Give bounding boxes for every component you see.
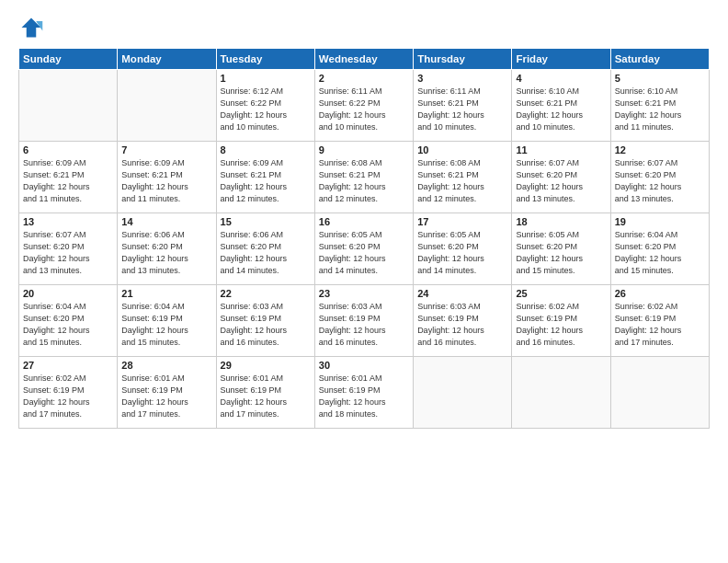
weekday-header-sunday: Sunday — [19, 49, 118, 70]
calendar-cell: 6Sunrise: 6:09 AM Sunset: 6:21 PM Daylig… — [19, 142, 118, 213]
day-info: Sunrise: 6:02 AM Sunset: 6:19 PM Dayligh… — [23, 373, 113, 420]
day-number: 23 — [319, 288, 409, 299]
calendar-cell: 19Sunrise: 6:04 AM Sunset: 6:20 PM Dayli… — [610, 213, 709, 285]
calendar-cell: 29Sunrise: 6:01 AM Sunset: 6:19 PM Dayli… — [216, 357, 314, 429]
page: SundayMondayTuesdayWednesdayThursdayFrid… — [0, 0, 728, 563]
weekday-header-friday: Friday — [512, 49, 610, 70]
calendar-cell — [610, 357, 709, 429]
calendar-table: SundayMondayTuesdayWednesdayThursdayFrid… — [18, 48, 710, 429]
day-number: 10 — [417, 144, 507, 155]
day-info: Sunrise: 6:12 AM Sunset: 6:22 PM Dayligh… — [221, 86, 311, 133]
calendar-cell: 15Sunrise: 6:06 AM Sunset: 6:20 PM Dayli… — [216, 213, 314, 285]
calendar-cell: 1Sunrise: 6:12 AM Sunset: 6:22 PM Daylig… — [216, 70, 314, 142]
calendar-week-5: 27Sunrise: 6:02 AM Sunset: 6:19 PM Dayli… — [19, 357, 710, 429]
day-number: 30 — [319, 360, 409, 371]
day-info: Sunrise: 6:05 AM Sunset: 6:20 PM Dayligh… — [319, 229, 409, 277]
logo — [18, 15, 46, 40]
day-info: Sunrise: 6:04 AM Sunset: 6:20 PM Dayligh… — [615, 229, 705, 277]
calendar-cell: 22Sunrise: 6:03 AM Sunset: 6:19 PM Dayli… — [216, 285, 314, 357]
weekday-header-thursday: Thursday — [414, 49, 512, 70]
day-number: 2 — [319, 73, 409, 84]
day-info: Sunrise: 6:07 AM Sunset: 6:20 PM Dayligh… — [516, 157, 606, 205]
calendar-cell: 21Sunrise: 6:04 AM Sunset: 6:19 PM Dayli… — [118, 285, 216, 357]
day-info: Sunrise: 6:05 AM Sunset: 6:20 PM Dayligh… — [417, 229, 507, 277]
calendar-cell: 28Sunrise: 6:01 AM Sunset: 6:19 PM Dayli… — [118, 357, 216, 429]
calendar-cell: 26Sunrise: 6:02 AM Sunset: 6:19 PM Dayli… — [610, 285, 709, 357]
day-number: 12 — [615, 144, 705, 155]
calendar-cell: 3Sunrise: 6:11 AM Sunset: 6:21 PM Daylig… — [414, 70, 512, 142]
calendar-cell: 14Sunrise: 6:06 AM Sunset: 6:20 PM Dayli… — [118, 213, 216, 285]
calendar-cell — [414, 357, 512, 429]
day-number: 1 — [221, 73, 311, 84]
calendar-cell: 8Sunrise: 6:09 AM Sunset: 6:21 PM Daylig… — [216, 142, 314, 213]
day-number: 22 — [221, 288, 311, 299]
calendar-cell — [512, 357, 610, 429]
day-number: 18 — [516, 216, 606, 227]
calendar-cell: 16Sunrise: 6:05 AM Sunset: 6:20 PM Dayli… — [314, 213, 413, 285]
day-info: Sunrise: 6:04 AM Sunset: 6:19 PM Dayligh… — [121, 301, 211, 349]
calendar-cell: 12Sunrise: 6:07 AM Sunset: 6:20 PM Dayli… — [610, 142, 709, 213]
header — [18, 15, 710, 40]
day-number: 20 — [23, 288, 113, 299]
day-info: Sunrise: 6:05 AM Sunset: 6:20 PM Dayligh… — [516, 229, 606, 277]
logo-icon — [18, 15, 44, 40]
day-info: Sunrise: 6:09 AM Sunset: 6:21 PM Dayligh… — [121, 157, 211, 205]
day-number: 13 — [23, 216, 113, 227]
calendar-cell: 17Sunrise: 6:05 AM Sunset: 6:20 PM Dayli… — [414, 213, 512, 285]
day-info: Sunrise: 6:01 AM Sunset: 6:19 PM Dayligh… — [221, 373, 311, 420]
day-info: Sunrise: 6:11 AM Sunset: 6:21 PM Dayligh… — [417, 86, 507, 133]
calendar-week-2: 6Sunrise: 6:09 AM Sunset: 6:21 PM Daylig… — [19, 142, 710, 213]
day-info: Sunrise: 6:03 AM Sunset: 6:19 PM Dayligh… — [417, 301, 507, 349]
weekday-header-wednesday: Wednesday — [314, 49, 413, 70]
calendar-cell: 11Sunrise: 6:07 AM Sunset: 6:20 PM Dayli… — [512, 142, 610, 213]
day-number: 21 — [121, 288, 211, 299]
calendar-cell: 25Sunrise: 6:02 AM Sunset: 6:19 PM Dayli… — [512, 285, 610, 357]
day-info: Sunrise: 6:03 AM Sunset: 6:19 PM Dayligh… — [319, 301, 409, 349]
weekday-header-saturday: Saturday — [610, 49, 709, 70]
day-number: 7 — [121, 144, 211, 155]
calendar-week-4: 20Sunrise: 6:04 AM Sunset: 6:20 PM Dayli… — [19, 285, 710, 357]
day-info: Sunrise: 6:11 AM Sunset: 6:22 PM Dayligh… — [319, 86, 409, 133]
day-info: Sunrise: 6:02 AM Sunset: 6:19 PM Dayligh… — [615, 301, 705, 349]
calendar-cell: 7Sunrise: 6:09 AM Sunset: 6:21 PM Daylig… — [118, 142, 216, 213]
day-number: 19 — [615, 216, 705, 227]
calendar-cell: 30Sunrise: 6:01 AM Sunset: 6:19 PM Dayli… — [314, 357, 413, 429]
day-number: 24 — [417, 288, 507, 299]
day-info: Sunrise: 6:06 AM Sunset: 6:20 PM Dayligh… — [121, 229, 211, 277]
calendar-cell: 27Sunrise: 6:02 AM Sunset: 6:19 PM Dayli… — [19, 357, 118, 429]
calendar-week-3: 13Sunrise: 6:07 AM Sunset: 6:20 PM Dayli… — [19, 213, 710, 285]
weekday-header-monday: Monday — [118, 49, 216, 70]
day-info: Sunrise: 6:08 AM Sunset: 6:21 PM Dayligh… — [319, 157, 409, 205]
day-info: Sunrise: 6:03 AM Sunset: 6:19 PM Dayligh… — [221, 301, 311, 349]
day-info: Sunrise: 6:07 AM Sunset: 6:20 PM Dayligh… — [615, 157, 705, 205]
day-number: 15 — [221, 216, 311, 227]
weekday-header-tuesday: Tuesday — [216, 49, 314, 70]
day-number: 27 — [23, 360, 113, 371]
day-info: Sunrise: 6:07 AM Sunset: 6:20 PM Dayligh… — [23, 229, 113, 277]
calendar-cell: 13Sunrise: 6:07 AM Sunset: 6:20 PM Dayli… — [19, 213, 118, 285]
calendar-cell: 5Sunrise: 6:10 AM Sunset: 6:21 PM Daylig… — [610, 70, 709, 142]
weekday-header-row: SundayMondayTuesdayWednesdayThursdayFrid… — [19, 49, 710, 70]
day-info: Sunrise: 6:01 AM Sunset: 6:19 PM Dayligh… — [319, 373, 409, 420]
calendar-cell: 18Sunrise: 6:05 AM Sunset: 6:20 PM Dayli… — [512, 213, 610, 285]
svg-marker-0 — [22, 18, 41, 38]
day-number: 14 — [121, 216, 211, 227]
day-info: Sunrise: 6:09 AM Sunset: 6:21 PM Dayligh… — [23, 157, 113, 205]
calendar-cell: 24Sunrise: 6:03 AM Sunset: 6:19 PM Dayli… — [414, 285, 512, 357]
day-number: 29 — [221, 360, 311, 371]
day-number: 25 — [516, 288, 606, 299]
calendar-cell: 10Sunrise: 6:08 AM Sunset: 6:21 PM Dayli… — [414, 142, 512, 213]
day-number: 4 — [516, 73, 606, 84]
day-number: 26 — [615, 288, 705, 299]
day-number: 3 — [417, 73, 507, 84]
calendar-cell: 9Sunrise: 6:08 AM Sunset: 6:21 PM Daylig… — [314, 142, 413, 213]
calendar-cell: 20Sunrise: 6:04 AM Sunset: 6:20 PM Dayli… — [19, 285, 118, 357]
day-info: Sunrise: 6:09 AM Sunset: 6:21 PM Dayligh… — [221, 157, 311, 205]
day-number: 9 — [319, 144, 409, 155]
day-number: 16 — [319, 216, 409, 227]
calendar-cell — [19, 70, 118, 142]
calendar-cell: 4Sunrise: 6:10 AM Sunset: 6:21 PM Daylig… — [512, 70, 610, 142]
calendar-cell — [118, 70, 216, 142]
day-number: 28 — [121, 360, 211, 371]
day-info: Sunrise: 6:10 AM Sunset: 6:21 PM Dayligh… — [516, 86, 606, 133]
